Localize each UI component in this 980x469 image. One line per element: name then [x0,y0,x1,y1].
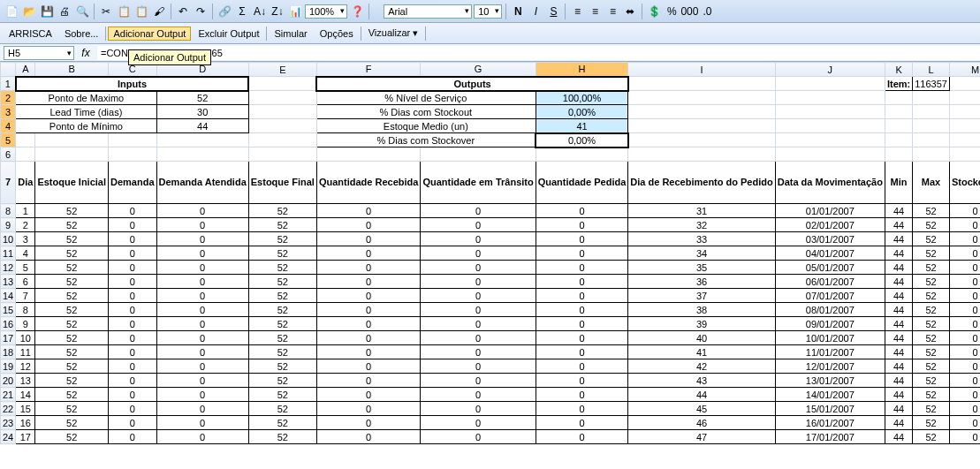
hyperlink-icon[interactable]: 🔗 [217,4,232,19]
cell-M14[interactable]: 0 [949,289,980,303]
cell-M10[interactable]: 0 [949,232,980,246]
cell-H8[interactable]: 0 [536,204,628,218]
cell-M13[interactable]: 0 [949,275,980,289]
cell-H13[interactable]: 0 [536,275,628,289]
row-header-6[interactable]: 6 [1,148,16,162]
cell-C9[interactable]: 0 [109,218,157,232]
cell-A17[interactable]: 10 [16,331,35,345]
cell-E22[interactable]: 52 [248,402,316,416]
cell-C24[interactable]: 0 [109,430,157,444]
cell-M9[interactable]: 0 [949,218,980,232]
cell-I3[interactable] [628,105,775,119]
output-value-3[interactable]: 0,00% [536,105,628,119]
cell-I21[interactable]: 44 [628,388,775,402]
cell-C22[interactable]: 0 [109,402,157,416]
row-header-1[interactable]: 1 [1,77,16,91]
cell-D20[interactable]: 0 [156,374,248,388]
preview-icon[interactable]: 🔍 [74,4,90,19]
row-header-22[interactable]: 22 [1,402,16,416]
cell-K20[interactable]: 44 [885,374,912,388]
cell-E10[interactable]: 52 [248,232,316,246]
cell-D14[interactable]: 0 [156,289,248,303]
align-left-icon[interactable]: ≡ [569,4,585,19]
cell-D13[interactable]: 0 [156,275,248,289]
dec-increase-icon[interactable]: .0 [699,4,715,19]
cell-D23[interactable]: 0 [156,416,248,430]
cell-B6[interactable] [35,148,109,162]
cell-K22[interactable]: 44 [885,402,912,416]
cell-J24[interactable]: 17/01/2007 [775,430,885,444]
menu-arisca[interactable]: ARRISCA [4,26,57,41]
cell-D10[interactable]: 0 [156,232,248,246]
cell-E6[interactable] [248,148,316,162]
cell-K16[interactable]: 44 [885,317,912,331]
row-header-7[interactable]: 7 [1,162,16,204]
cell-L8[interactable]: 52 [913,204,950,218]
cell-G10[interactable]: 0 [421,232,536,246]
cell-I22[interactable]: 45 [628,402,775,416]
col-header-K[interactable]: K [885,63,912,77]
cell-K15[interactable]: 44 [885,303,912,317]
row-header-15[interactable]: 15 [1,303,16,317]
cell-L10[interactable]: 52 [913,232,950,246]
cell-M16[interactable]: 0 [949,317,980,331]
row-header-18[interactable]: 18 [1,345,16,359]
cell-G15[interactable]: 0 [421,303,536,317]
cell-I12[interactable]: 35 [628,261,775,275]
cell-F13[interactable]: 0 [316,275,420,289]
cell-J9[interactable]: 02/01/2007 [775,218,885,232]
cell-F19[interactable]: 0 [316,359,420,374]
cell-F22[interactable]: 0 [316,402,420,416]
cell-B16[interactable]: 52 [35,317,109,331]
cell-G22[interactable]: 0 [421,402,536,416]
cell-E21[interactable]: 52 [248,388,316,402]
cell-G13[interactable]: 0 [421,275,536,289]
font-select[interactable]: Arial [384,4,472,19]
cell-J13[interactable]: 06/01/2007 [775,275,885,289]
cell-K6[interactable] [885,148,912,162]
row-header-20[interactable]: 20 [1,374,16,388]
cell-G24[interactable]: 0 [421,430,536,444]
cell-C13[interactable]: 0 [109,275,157,289]
row-header-3[interactable]: 3 [1,105,16,119]
cell-L6[interactable] [913,148,950,162]
cell-A11[interactable]: 4 [16,246,35,261]
cell-C14[interactable]: 0 [109,289,157,303]
cell-A18[interactable]: 11 [16,345,35,359]
cell-L3[interactable] [913,105,950,119]
cell-E23[interactable]: 52 [248,416,316,430]
row-header-12[interactable]: 12 [1,261,16,275]
col-header-H[interactable]: H [536,63,628,77]
cell-A13[interactable]: 6 [16,275,35,289]
cell-K12[interactable]: 44 [885,261,912,275]
row-header-2[interactable]: 2 [1,91,16,105]
cell-B18[interactable]: 52 [35,345,109,359]
cell-B8[interactable]: 52 [35,204,109,218]
cell-K13[interactable]: 44 [885,275,912,289]
cell-J6[interactable] [775,148,885,162]
cell-E8[interactable]: 52 [248,204,316,218]
row-header-13[interactable]: 13 [1,275,16,289]
cell-M17[interactable]: 0 [949,331,980,345]
cell-E12[interactable]: 52 [248,261,316,275]
cell-H22[interactable]: 0 [536,402,628,416]
cell-I4[interactable] [628,119,775,133]
cell-J15[interactable]: 08/01/2007 [775,303,885,317]
cell-K2[interactable] [885,91,912,105]
cell-J12[interactable]: 05/01/2007 [775,261,885,275]
cell-L14[interactable]: 52 [913,289,950,303]
cell-F10[interactable]: 0 [316,232,420,246]
cell-L20[interactable]: 52 [913,374,950,388]
cell-F17[interactable]: 0 [316,331,420,345]
format-painter-icon[interactable]: 🖌 [151,4,167,19]
print-icon[interactable]: 🖨 [57,4,72,19]
bold-button[interactable]: N [510,4,526,19]
cell-G17[interactable]: 0 [421,331,536,345]
cell-I8[interactable]: 31 [628,204,775,218]
col-header-G[interactable]: G [421,63,536,77]
cell-H21[interactable]: 0 [536,388,628,402]
cell-M12[interactable]: 0 [949,261,980,275]
cell-L18[interactable]: 52 [913,345,950,359]
cell-E17[interactable]: 52 [248,331,316,345]
output-value-4[interactable]: 41 [536,119,628,133]
